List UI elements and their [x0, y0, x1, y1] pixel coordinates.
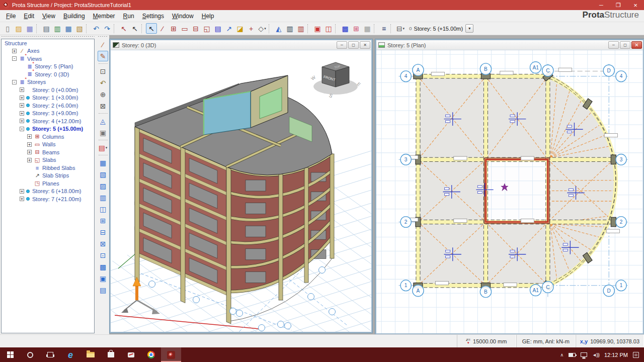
- slab-check-icon[interactable]: ▣: [98, 273, 108, 284]
- taskbar-protastructure-icon[interactable]: [161, 347, 181, 362]
- expand-icon[interactable]: +: [27, 134, 32, 139]
- draw-haunch-icon[interactable]: ◪: [234, 23, 246, 34]
- menu-building[interactable]: Building: [59, 11, 89, 21]
- tree-item-columns[interactable]: +⊞Columns: [2, 133, 94, 141]
- tree-item-storeys[interactable]: -≣*Storeys: [2, 78, 94, 86]
- expand-icon[interactable]: +: [20, 103, 24, 108]
- window-3d-maximize-button[interactable]: ◻: [348, 41, 359, 49]
- minimize-button[interactable]: ─: [593, 0, 610, 10]
- perspective-view-icon[interactable]: ◬: [98, 116, 108, 126]
- storey-dropdown-button[interactable]: ▼: [465, 24, 473, 33]
- tree-item-storey-4-12-00m[interactable]: +Storey: 4 (+12.00m): [2, 117, 94, 125]
- expand-icon[interactable]: +: [20, 96, 24, 100]
- slab-strip-y-icon[interactable]: ⊡: [98, 250, 108, 260]
- tree-item-storey-0-3d[interactable]: ≣*Storey: 0 (3D): [2, 70, 94, 78]
- window-3d-titlebar[interactable]: Storey: 0 (3D) ─ ◻ ✕: [111, 40, 371, 50]
- expand-icon[interactable]: +: [20, 111, 24, 116]
- slab-table-icon[interactable]: ▤▾: [98, 142, 108, 153]
- taskbar-snipping-tool-icon[interactable]: [121, 347, 141, 362]
- bridge-deck-icon[interactable]: ◭: [273, 23, 284, 34]
- expand-icon[interactable]: +: [20, 189, 24, 194]
- zoom-window-icon[interactable]: ⊡: [98, 66, 108, 76]
- collapse-icon[interactable]: -: [12, 80, 17, 84]
- menu-view[interactable]: View: [38, 11, 59, 21]
- expand-icon[interactable]: +: [27, 158, 32, 162]
- grid-view-icon[interactable]: ▦: [362, 23, 373, 34]
- move-stretch-icon[interactable]: +: [246, 23, 257, 34]
- menu-file[interactable]: File: [2, 11, 20, 21]
- tree-item-storey-6-18-00m[interactable]: +Storey: 6 (+18.00m): [2, 188, 94, 196]
- clock[interactable]: 12:12 PM: [604, 352, 628, 358]
- export-report-icon[interactable]: ▥: [52, 23, 63, 34]
- window-plan-titlebar[interactable]: Storey: 5 (Plan) ─ ◻ ✕: [376, 40, 643, 50]
- tray-chevron-icon[interactable]: ∧: [560, 352, 564, 357]
- draw-axis-icon[interactable]: ∕: [157, 23, 168, 34]
- tree-item-slab-strips[interactable]: ↗Slab Strips: [2, 172, 94, 180]
- menu-settings[interactable]: Settings: [138, 11, 168, 21]
- window-3d-close-button[interactable]: ✕: [360, 41, 370, 49]
- tree-item-beams[interactable]: +⊟Beams: [2, 148, 94, 156]
- slab-edit-icon[interactable]: ▧: [98, 169, 108, 179]
- tree-item-storey-2-6-00m[interactable]: +Storey: 2 (+6.00m): [2, 102, 94, 110]
- taskbar-edge-icon[interactable]: e: [60, 347, 80, 362]
- storey-tool-icon[interactable]: ⊟▾: [395, 23, 406, 34]
- building-view-icon[interactable]: ⊞: [351, 23, 362, 34]
- tree-item-ribbed-slabs[interactable]: ≡Ribbed Slabs: [2, 164, 94, 172]
- print-icon[interactable]: ▤: [41, 23, 52, 34]
- copy-properties-icon[interactable]: ▣: [98, 127, 108, 138]
- network-icon[interactable]: [581, 352, 587, 357]
- draw-wall-icon[interactable]: ▭: [179, 23, 190, 34]
- slab-axes-icon[interactable]: ⊟: [98, 227, 108, 237]
- previous-view-icon[interactable]: ↶: [98, 77, 108, 88]
- tables-icon[interactable]: ▦: [63, 23, 74, 34]
- speaker-icon[interactable]: ◄))): [592, 352, 599, 357]
- tree-item-slabs[interactable]: +◱Slabs: [2, 156, 94, 164]
- edit-pencil-icon[interactable]: ✎: [98, 51, 108, 61]
- save-file-icon[interactable]: ▦: [24, 23, 35, 34]
- storey-selector[interactable]: o Storey: 5 (+15.00m) ▼: [409, 24, 473, 33]
- taskbar-start-button[interactable]: [0, 347, 20, 362]
- tree-item-axes[interactable]: +∕Axes: [2, 47, 94, 55]
- taskbar-task-view-icon[interactable]: [40, 347, 60, 362]
- expand-icon[interactable]: +: [27, 150, 32, 154]
- draw-slab-icon[interactable]: ◱: [201, 23, 212, 34]
- pattern-view-icon[interactable]: ▩: [340, 23, 351, 34]
- close-button[interactable]: ×: [627, 0, 644, 10]
- tree-item-storey-1-3-00m[interactable]: +Storey: 1 (+3.00m): [2, 94, 94, 102]
- action-center-icon[interactable]: [633, 352, 639, 358]
- maximize-button[interactable]: ❐: [610, 0, 627, 10]
- window-plan-close-button[interactable]: ✕: [631, 41, 642, 49]
- draw-ribbed-slab-icon[interactable]: ▤: [212, 23, 223, 34]
- slab-band-icon[interactable]: ▥: [98, 192, 108, 203]
- taskbar-store-icon[interactable]: [101, 347, 121, 362]
- tree-item-views[interactable]: -≣*Views: [2, 55, 94, 63]
- expand-icon[interactable]: +: [20, 119, 24, 123]
- taskbar-file-explorer-icon[interactable]: [80, 347, 101, 362]
- clipboard-icon[interactable]: ▧: [74, 23, 85, 34]
- vtoolbar-drag-handle[interactable]: [98, 36, 108, 38]
- plan-canvas[interactable]: AABBA1A1CCDD44332211: [376, 50, 643, 333]
- tree-item-walls[interactable]: +▭Walls: [2, 141, 94, 149]
- sketch-pencil-icon[interactable]: ∕: [98, 39, 108, 50]
- battery-icon[interactable]: [569, 353, 576, 357]
- report-list-icon[interactable]: ≡: [378, 23, 389, 34]
- slab-strip-icon[interactable]: ↗: [223, 23, 234, 34]
- tree-item-storey-7-21-00m[interactable]: +Storey: 7 (+21.00m): [2, 195, 94, 203]
- building-model[interactable]: [135, 75, 334, 324]
- window-3d-minimize-button[interactable]: ─: [337, 41, 347, 49]
- select-cursor-icon[interactable]: ↖: [146, 23, 157, 34]
- tree-item-structure[interactable]: Structure: [2, 39, 94, 47]
- slab-drop-icon[interactable]: ▨: [98, 180, 108, 191]
- window-plan-minimize-button[interactable]: ─: [608, 41, 619, 49]
- steel-members-icon[interactable]: ▥: [284, 23, 295, 34]
- undo-icon[interactable]: ↶: [91, 23, 102, 34]
- draw-column-icon[interactable]: ⊞: [168, 23, 179, 34]
- tree-item-storey-5-plan[interactable]: ≣*Storey: 5 (Plan): [2, 63, 94, 71]
- slab-pattern-icon[interactable]: ▩: [98, 261, 108, 272]
- view-cube[interactable]: FRONT TOP W S E: [310, 62, 361, 99]
- menu-help[interactable]: Help: [198, 11, 218, 21]
- view-3d-canvas[interactable]: FRONT TOP W S E: [111, 50, 371, 332]
- collapse-icon[interactable]: -: [20, 127, 24, 131]
- open-file-icon[interactable]: ▨: [13, 23, 24, 34]
- tree-item-storey-5-15-00m[interactable]: -Storey: 5 (+15.00m): [2, 125, 94, 133]
